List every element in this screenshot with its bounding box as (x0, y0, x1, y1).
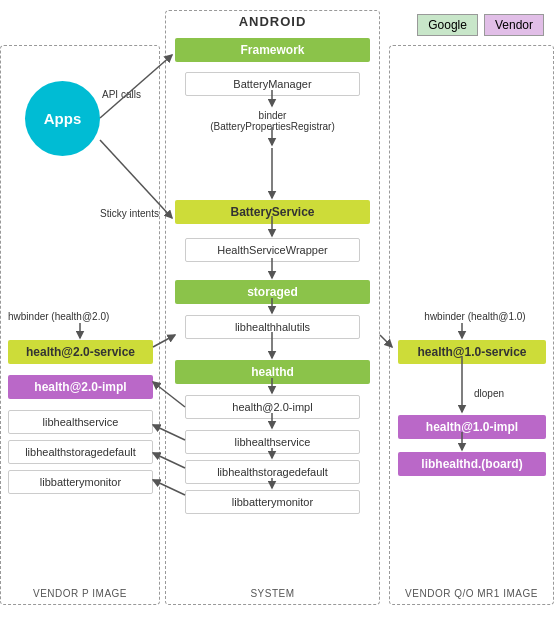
battery-manager-box: BatteryManager (185, 72, 360, 96)
vendor-p-label: VENDOR P IMAGE (1, 588, 159, 599)
android-title: ANDROID (165, 14, 380, 29)
vendor-qo-column: VENDOR Q/O MR1 IMAGE (389, 45, 554, 605)
vp-libbatterymonitor-box: libbatterymonitor (8, 470, 153, 494)
vendor-qo-label: VENDOR Q/O MR1 IMAGE (390, 588, 553, 599)
hwbinder-p-label: hwbinder (health@2.0) (8, 310, 109, 323)
sys-health20impl-box: health@2.0-impl (185, 395, 360, 419)
google-label: Google (417, 14, 478, 36)
top-labels: Google Vendor (417, 14, 544, 36)
hwbinder-qo-label: hwbinder (health@1.0) (401, 310, 549, 323)
vqo-health10impl-box: health@1.0-impl (398, 415, 546, 439)
sticky-intents-label: Sticky intents (100, 207, 159, 220)
sys-libbatterymonitor-box: libbatterymonitor (185, 490, 360, 514)
vp-libhealthservice-box: libhealthservice (8, 410, 153, 434)
vp-libhealthstoragedefault-box: libhealthstoragedefault (8, 440, 153, 464)
sys-libhealthservice-box: libhealthservice (185, 430, 360, 454)
diagram-container: Google Vendor SYSTEM VENDOR P IMAGE VEND… (0, 0, 554, 626)
framework-box: Framework (175, 38, 370, 62)
binder-label: binder(BatteryPropertiesRegistrar) (185, 110, 360, 132)
vqo-libhealthdboard-box: libhealthd.(board) (398, 452, 546, 476)
dlopen-label: dlopen (474, 388, 504, 399)
system-label: SYSTEM (166, 588, 379, 599)
apps-circle: Apps (25, 81, 100, 156)
battery-service-box: BatteryService (175, 200, 370, 224)
storaged-box: storaged (175, 280, 370, 304)
sys-libhealthstoragedefault-box: libhealthstoragedefault (185, 460, 360, 484)
vp-health20impl-box: health@2.0-impl (8, 375, 153, 399)
vp-health20service-box: health@2.0-service (8, 340, 153, 364)
system-column: SYSTEM (165, 10, 380, 605)
libhealthhalutils-box: libhealthhalutils (185, 315, 360, 339)
healthd-box: healthd (175, 360, 370, 384)
vqo-health10service-box: health@1.0-service (398, 340, 546, 364)
api-calls-label: API calls (102, 88, 141, 101)
vendor-label: Vendor (484, 14, 544, 36)
health-service-wrapper-box: HealthServiceWrapper (185, 238, 360, 262)
